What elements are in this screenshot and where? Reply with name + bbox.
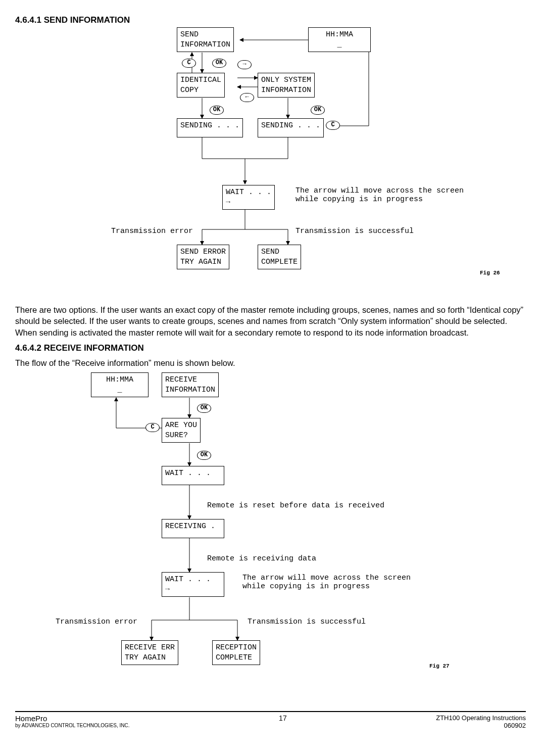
- diagram-receive-information: HH:MMA _ RECEIVE INFORMATION OK C ARE YO…: [15, 372, 526, 701]
- box-reception-complete: RECEPTION COMPLETE: [212, 640, 260, 665]
- footer-page-number: 17: [279, 714, 287, 722]
- page-footer: HomePro by ADVANCED CONTROL TECHNOLOGIES…: [15, 711, 526, 729]
- label-arrow-note: The arrow will move across the screen wh…: [296, 186, 464, 204]
- footer-brand: HomePro: [15, 714, 130, 723]
- box-identical-copy: IDENTICAL COPY: [177, 73, 225, 98]
- paragraph-receive-info: The flow of the “Receive information” me…: [15, 357, 526, 368]
- box-are-you-sure: ARE YOU SURE?: [162, 418, 201, 443]
- figure-caption-27: Fig 27: [429, 663, 450, 669]
- box-time-display: HH:MMA _: [91, 372, 149, 397]
- box-receiving: RECEIVING .: [162, 519, 224, 538]
- ok-button-icon: OK: [197, 451, 211, 460]
- box-send-complete: SEND COMPLETE: [258, 245, 301, 269]
- box-sending-left: SENDING . . .: [177, 118, 243, 137]
- box-receive-error: RECEIVE ERR TRY AGAIN: [121, 640, 178, 665]
- label-transmission-successful: Transmission is successful: [296, 227, 414, 235]
- box-send-error: SEND ERROR TRY AGAIN: [177, 245, 229, 269]
- left-arrow-icon: ←: [240, 93, 254, 102]
- c-button-icon: C: [182, 59, 196, 68]
- figure-caption-26: Fig 26: [480, 270, 500, 276]
- label-transmission-successful: Transmission is successful: [248, 618, 366, 626]
- right-arrow-icon: →: [237, 60, 252, 69]
- box-sending-right: SENDING . . .: [258, 118, 324, 137]
- box-wait-2: WAIT . . . →: [162, 572, 224, 597]
- label-transmission-error: Transmission error: [56, 618, 137, 626]
- box-only-system-information: ONLY SYSTEM INFORMATION: [258, 73, 315, 98]
- ok-button-icon: OK: [212, 59, 226, 68]
- footer-byline: by ADVANCED CONTROL TECHNOLOGIES, INC.: [15, 723, 130, 728]
- label-reset-note: Remote is reset before data is received: [207, 501, 384, 510]
- box-receive-information: RECEIVE INFORMATION: [162, 372, 219, 397]
- label-arrow-note: The arrow will move across the screen wh…: [242, 574, 411, 591]
- footer-doc-title: ZTH100 Operating Instructions: [436, 714, 526, 722]
- diagram-send-information: SEND INFORMATION HH:MMA _ C OK → IDENTIC…: [15, 27, 526, 300]
- section-heading-2: 4.6.4.2 RECEIVE INFORMATION: [15, 343, 526, 353]
- ok-button-icon: OK: [210, 106, 224, 115]
- box-send-information: SEND INFORMATION: [177, 27, 234, 52]
- label-receiving-note: Remote is receiving data: [207, 554, 316, 563]
- box-wait: WAIT . . . →: [222, 185, 275, 210]
- ok-button-icon: OK: [197, 404, 211, 413]
- ok-button-icon: OK: [311, 106, 325, 115]
- box-time-display: HH:MMA _: [308, 27, 371, 52]
- box-wait-1: WAIT . . .: [162, 466, 224, 485]
- c-button-icon: C: [145, 423, 160, 432]
- section-heading-1: 4.6.4.1 SEND INFORMATION: [15, 15, 526, 25]
- paragraph-send-info: There are two options. If the user wants…: [15, 304, 526, 338]
- c-button-icon: C: [326, 121, 340, 130]
- footer-doc-rev: 060902: [436, 722, 526, 729]
- label-transmission-error: Transmission error: [111, 227, 193, 235]
